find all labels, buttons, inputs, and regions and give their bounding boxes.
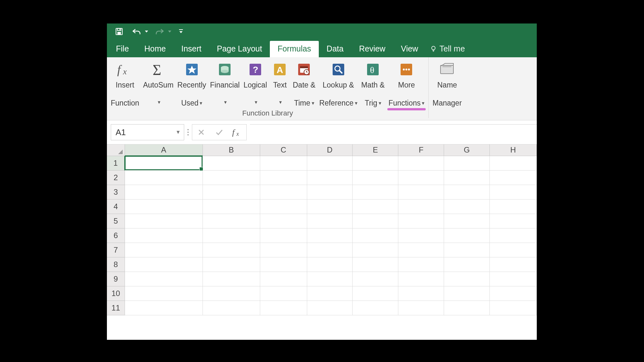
cell-F5[interactable] — [398, 214, 444, 228]
cell-B6[interactable] — [203, 228, 260, 243]
cell-B1[interactable] — [203, 156, 260, 171]
cell-F1[interactable] — [398, 156, 444, 171]
cell-F7[interactable] — [398, 243, 444, 257]
row-header-4[interactable]: 4 — [107, 200, 125, 214]
cell-G11[interactable] — [444, 301, 490, 315]
save-button[interactable] — [113, 25, 126, 38]
formula-input[interactable] — [250, 124, 537, 140]
column-header-H[interactable]: H — [490, 144, 537, 156]
cell-H7[interactable] — [490, 243, 537, 257]
cell-E8[interactable] — [353, 257, 398, 272]
splitter[interactable] — [187, 126, 189, 139]
cell-B5[interactable] — [203, 214, 260, 228]
math-trig-button[interactable]: θ Math & Trig▾ — [359, 59, 387, 108]
cell-E7[interactable] — [353, 243, 398, 257]
row-header-11[interactable]: 11 — [107, 301, 125, 315]
cell-F4[interactable] — [398, 200, 444, 214]
undo-button[interactable] — [130, 25, 143, 38]
cell-H5[interactable] — [490, 214, 537, 228]
cell-F3[interactable] — [398, 185, 444, 200]
cell-B2[interactable] — [203, 171, 260, 185]
column-header-F[interactable]: F — [398, 144, 444, 156]
cell-C7[interactable] — [260, 243, 307, 257]
cell-D9[interactable] — [307, 272, 353, 286]
insert-function-button[interactable]: fx Insert Function — [109, 59, 141, 107]
cell-E9[interactable] — [353, 272, 398, 286]
column-header-C[interactable]: C — [260, 144, 307, 156]
cell-G9[interactable] — [444, 272, 490, 286]
cell-H4[interactable] — [490, 200, 537, 214]
tab-insert[interactable]: Insert — [174, 41, 209, 57]
cell-C11[interactable] — [260, 301, 307, 315]
cell-A3[interactable] — [125, 185, 203, 200]
row-header-9[interactable]: 9 — [107, 272, 125, 286]
cell-D10[interactable] — [307, 286, 353, 301]
cell-F10[interactable] — [398, 286, 444, 301]
undo-dropdown[interactable] — [144, 30, 149, 33]
cell-C2[interactable] — [260, 171, 307, 185]
cell-G1[interactable] — [444, 156, 490, 171]
financial-button[interactable]: Financial ▾ — [208, 59, 242, 107]
cell-B10[interactable] — [203, 286, 260, 301]
row-header-6[interactable]: 6 — [107, 228, 125, 243]
select-all-corner[interactable] — [107, 144, 125, 156]
cell-C1[interactable] — [260, 156, 307, 171]
row-header-8[interactable]: 8 — [107, 257, 125, 272]
name-manager-button[interactable]: Name Manager — [431, 59, 464, 107]
cell-E2[interactable] — [353, 171, 398, 185]
cell-E11[interactable] — [353, 301, 398, 315]
cell-C4[interactable] — [260, 200, 307, 214]
cell-E4[interactable] — [353, 200, 398, 214]
cell-C6[interactable] — [260, 228, 307, 243]
lookup-reference-button[interactable]: Lookup & Reference▾ — [317, 59, 359, 108]
tab-data[interactable]: Data — [319, 41, 351, 57]
cell-F2[interactable] — [398, 171, 444, 185]
cell-D5[interactable] — [307, 214, 353, 228]
cell-B9[interactable] — [203, 272, 260, 286]
cell-A5[interactable] — [125, 214, 203, 228]
row-header-7[interactable]: 7 — [107, 243, 125, 257]
cell-E5[interactable] — [353, 214, 398, 228]
column-header-D[interactable]: D — [307, 144, 353, 156]
logical-button[interactable]: ? Logical ▾ — [242, 59, 269, 107]
row-header-2[interactable]: 2 — [107, 171, 125, 185]
cell-B7[interactable] — [203, 243, 260, 257]
cell-A1[interactable] — [125, 156, 203, 171]
cell-C9[interactable] — [260, 272, 307, 286]
recently-used-button[interactable]: Recently Used▾ — [175, 59, 208, 108]
insert-function-icon[interactable]: fx — [228, 125, 246, 140]
cell-B4[interactable] — [203, 200, 260, 214]
cell-C3[interactable] — [260, 185, 307, 200]
cell-D4[interactable] — [307, 200, 353, 214]
tab-view[interactable]: View — [393, 41, 426, 57]
cell-D7[interactable] — [307, 243, 353, 257]
row-header-10[interactable]: 10 — [107, 286, 125, 301]
cell-H3[interactable] — [490, 185, 537, 200]
cell-A6[interactable] — [125, 228, 203, 243]
cell-G3[interactable] — [444, 185, 490, 200]
cell-D8[interactable] — [307, 257, 353, 272]
cell-F8[interactable] — [398, 257, 444, 272]
cell-F6[interactable] — [398, 228, 444, 243]
cell-H1[interactable] — [490, 156, 537, 171]
row-header-1[interactable]: 1 — [107, 156, 125, 171]
tell-me-search[interactable]: Tell me — [426, 41, 469, 57]
tab-formulas[interactable]: Formulas — [270, 41, 319, 57]
cell-C5[interactable] — [260, 214, 307, 228]
cell-H9[interactable] — [490, 272, 537, 286]
autosum-button[interactable]: Σ AutoSum ▾ — [141, 59, 175, 107]
cell-E10[interactable] — [353, 286, 398, 301]
cell-A4[interactable] — [125, 200, 203, 214]
cell-C10[interactable] — [260, 286, 307, 301]
more-functions-button[interactable]: More Functions▾ — [387, 59, 427, 108]
worksheet-grid[interactable]: ABCDEFGH1234567891011 — [107, 144, 537, 315]
cell-G4[interactable] — [444, 200, 490, 214]
cell-F9[interactable] — [398, 272, 444, 286]
cell-A8[interactable] — [125, 257, 203, 272]
column-header-B[interactable]: B — [203, 144, 260, 156]
cell-B8[interactable] — [203, 257, 260, 272]
cell-E6[interactable] — [353, 228, 398, 243]
cell-H6[interactable] — [490, 228, 537, 243]
cell-B3[interactable] — [203, 185, 260, 200]
name-box[interactable]: A1 ▼ — [111, 124, 184, 140]
